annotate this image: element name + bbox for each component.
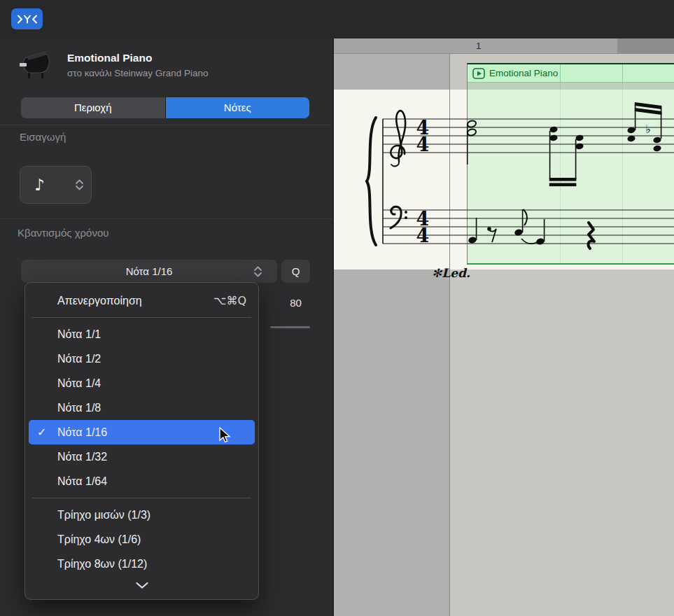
menu-item-shortcut: ⌥⌘Q (213, 288, 246, 313)
menu-scroll-down[interactable] (25, 576, 258, 594)
menu-item-label: Νότα 1/8 (57, 402, 101, 414)
quantize-apply-button[interactable]: Q (281, 260, 310, 283)
menu-item-triplet-1-3[interactable]: Τρίηχο μισών (1/3) (29, 503, 255, 527)
insert-section-label: Εισαγωγή (20, 131, 66, 143)
staff-brace (367, 118, 376, 245)
menu-item-note-1-1[interactable]: Νότα 1/1 (29, 322, 255, 346)
menu-item-label: Νότα 1/1 (57, 328, 101, 340)
beat-tick (560, 64, 561, 83)
chevron-down-icon (136, 582, 148, 589)
score-editor-canvas[interactable]: Emotional Piano (332, 38, 674, 616)
quantize-section-label: Κβαντισμός χρόνου (17, 227, 109, 239)
quantize-popup[interactable]: Νότα 1/16 (21, 260, 277, 283)
region-title: Emotional Piano (489, 68, 558, 78)
divider (0, 218, 332, 219)
menu-item-note-1-8[interactable]: Νότα 1/8 (29, 396, 255, 420)
menu-item-label: Τρίηχο 4ων (1/6) (57, 533, 141, 545)
menu-item-triplet-1-12[interactable]: Τρίηχο 8ων (1/12) (29, 552, 255, 576)
sustain-pedal-marking: ✻Led. (432, 266, 470, 280)
menu-item-note-1-32[interactable]: Νότα 1/32 (29, 444, 255, 469)
editor-tabs: Περιοχή Νότες (21, 97, 309, 118)
eighth-note-icon: ♪ (34, 176, 45, 194)
menu-item-off[interactable]: Απενεργοποίηση ⌥⌘Q (29, 288, 255, 313)
menu-item-note-1-2[interactable]: Νότα 1/2 (29, 346, 255, 371)
popup-chevrons-icon (76, 179, 83, 190)
menu-item-label: Τρίηχο 8ων (1/12) (57, 558, 147, 570)
divider (0, 125, 332, 125)
mouse-cursor (218, 427, 234, 444)
checkmark-icon: ✓ (37, 420, 46, 444)
menu-item-label: Νότα 1/16 (57, 426, 107, 438)
svg-text:4: 4 (416, 225, 430, 246)
time-signature: 4 4 4 4 (416, 117, 430, 246)
ruler-shaded-area (617, 38, 674, 54)
funnel-arrows-icon (17, 13, 38, 25)
popup-chevrons-icon (254, 266, 262, 277)
menu-item-label: Νότα 1/4 (57, 377, 101, 389)
menu-item-label: Τρίηχο μισών (1/3) (57, 509, 150, 521)
menu-separator (32, 498, 251, 498)
menu-separator (32, 317, 251, 318)
svg-text:♭: ♭ (645, 122, 651, 136)
svg-text:4: 4 (416, 134, 430, 155)
region-play-icon[interactable] (472, 68, 485, 79)
menu-item-note-1-4[interactable]: Νότα 1/4 (29, 371, 255, 396)
grand-staff-notation: 4 4 4 4 (334, 90, 674, 272)
track-title: Emotional Piano (67, 52, 152, 64)
top-toolbar (0, 0, 674, 38)
velocity-slider-track[interactable] (270, 326, 310, 328)
menu-item-label: Απενεργοποίηση (57, 295, 142, 307)
track-subtitle: στο κανάλι Steinway Grand Piano (67, 68, 209, 78)
note-filter-button[interactable] (11, 8, 43, 29)
velocity-value: 80 (281, 297, 310, 309)
menu-item-label: Νότα 1/32 (57, 451, 107, 463)
tab-notes[interactable]: Νότες (166, 97, 310, 118)
menu-item-triplet-1-6[interactable]: Τρίηχο 4ων (1/6) (29, 527, 255, 552)
menu-item-note-1-64[interactable]: Νότα 1/64 (29, 469, 255, 493)
menu-item-label: Νότα 1/64 (57, 475, 107, 487)
quantize-current-value: Νότα 1/16 (126, 265, 173, 277)
score-inspector-panel: Emotional Piano στο κανάλι Steinway Gran… (0, 38, 332, 616)
bar-ruler[interactable]: 1 (334, 38, 674, 54)
beat-tick (622, 64, 623, 83)
insert-note-value-popup[interactable]: ♪ (20, 166, 92, 204)
grand-piano-icon (17, 48, 53, 80)
menu-item-label: Νότα 1/2 (57, 353, 101, 365)
tab-region[interactable]: Περιοχή (21, 97, 165, 118)
bar-number: 1 (476, 41, 482, 51)
region-header[interactable]: Emotional Piano (468, 64, 674, 83)
